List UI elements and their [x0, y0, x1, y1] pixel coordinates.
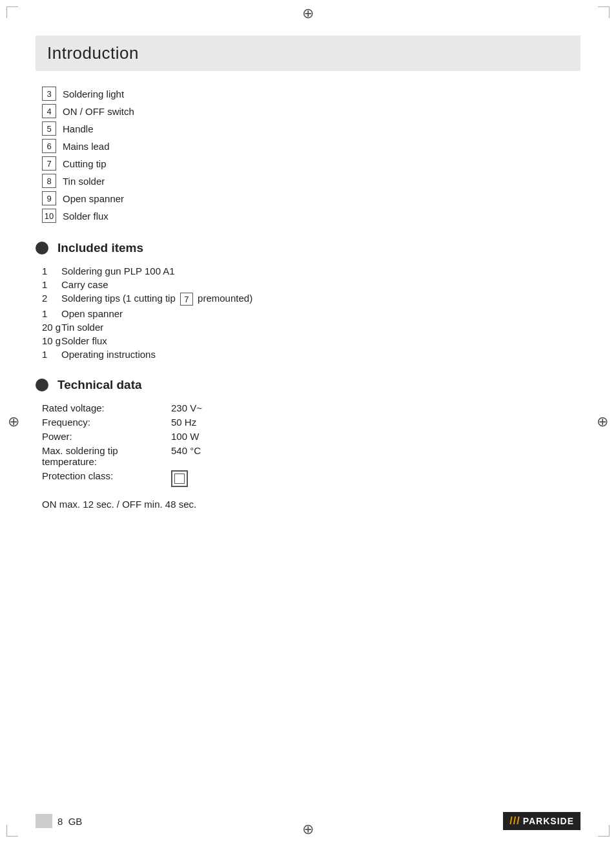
page-number-box: [36, 814, 52, 828]
list-item-label: Solder flux: [63, 211, 108, 222]
tech-label: Max. soldering tiptemperature:: [42, 445, 171, 467]
bullet-icon: [36, 242, 48, 255]
inline-num-box: 7: [180, 293, 193, 306]
tech-row: Protection class:: [42, 470, 580, 487]
item-text: Tin solder: [61, 322, 103, 333]
list-item: 1Open spanner: [42, 308, 580, 319]
list-item-label: Mains lead: [63, 141, 110, 152]
num-box: 7: [42, 156, 56, 171]
tech-value: 100 W: [171, 431, 199, 442]
item-qty: 10 g: [42, 335, 61, 346]
list-item: 10 gSolder flux: [42, 335, 580, 346]
list-item: 6Mains lead: [42, 139, 580, 153]
item-qty: 1: [42, 265, 61, 276]
item-text: Soldering tips (1 cutting tip 7 premount…: [61, 293, 252, 306]
list-item: 2Soldering tips (1 cutting tip 7 premoun…: [42, 293, 580, 306]
on-off-note: ON max. 12 sec. / OFF min. 48 sec.: [36, 499, 580, 510]
tech-label: Frequency:: [42, 417, 171, 428]
item-qty: 1: [42, 308, 61, 319]
item-text: Carry case: [61, 279, 108, 290]
tech-label: Protection class:: [42, 470, 171, 481]
list-item: 3Soldering light: [42, 87, 580, 101]
num-box: 3: [42, 87, 56, 101]
page-number: 8 GB: [57, 816, 82, 827]
item-text: Operating instructions: [61, 349, 156, 360]
tech-row: Max. soldering tiptemperature:540 °C: [42, 445, 580, 467]
brand-logo: /// PARKSIDE: [503, 812, 580, 830]
technical-data-heading: Technical data: [36, 378, 580, 392]
crosshair-top: [301, 6, 315, 21]
list-item-label: Open spanner: [63, 193, 124, 204]
tech-value: 50 Hz: [171, 417, 196, 428]
num-box: 8: [42, 174, 56, 188]
item-text: Open spanner: [61, 308, 123, 319]
num-box: 9: [42, 191, 56, 205]
item-qty: 1: [42, 349, 61, 360]
item-qty: 2: [42, 293, 61, 306]
item-qty: 20 g: [42, 322, 61, 333]
tech-value: [171, 470, 188, 487]
list-item: 10Solder flux: [42, 209, 580, 223]
list-item: 20 gTin solder: [42, 322, 580, 333]
num-box: 5: [42, 121, 56, 136]
tech-table: Rated voltage:230 V~Frequency:50 HzPower…: [36, 402, 580, 487]
tech-value: 230 V~: [171, 402, 202, 413]
bullet-icon-tech: [36, 379, 48, 391]
list-item: 1Operating instructions: [42, 349, 580, 360]
tech-value: 540 °C: [171, 445, 201, 456]
list-item: 8Tin solder: [42, 174, 580, 188]
protection-class-symbol: [171, 470, 188, 487]
technical-data-title: Technical data: [57, 378, 142, 392]
tech-row: Rated voltage:230 V~: [42, 402, 580, 413]
list-item: 7Cutting tip: [42, 156, 580, 171]
list-item: 1Soldering gun PLP 100 A1: [42, 265, 580, 276]
item-qty: 1: [42, 279, 61, 290]
tech-label: Power:: [42, 431, 171, 442]
intro-header: Introduction: [36, 36, 580, 71]
crosshair-right: [595, 415, 610, 429]
tech-row: Frequency:50 Hz: [42, 417, 580, 428]
tech-row: Power:100 W: [42, 431, 580, 442]
brand-slash: ///: [509, 815, 520, 827]
list-item-label: Soldering light: [63, 88, 124, 99]
corner-mark-bl: [6, 825, 18, 837]
page-number-area: 8 GB: [36, 814, 82, 828]
num-box: 4: [42, 104, 56, 118]
list-item-label: Cutting tip: [63, 158, 107, 169]
included-items-heading: Included items: [36, 241, 580, 255]
list-item: 1Carry case: [42, 279, 580, 290]
page-title: Introduction: [47, 43, 569, 63]
brand-name: PARKSIDE: [523, 816, 574, 826]
numbered-list: 3Soldering light4ON / OFF switch5Handle6…: [36, 87, 580, 223]
page-footer: 8 GB /// PARKSIDE: [36, 812, 580, 830]
list-item-label: ON / OFF switch: [63, 106, 134, 117]
tech-label: Rated voltage:: [42, 402, 171, 413]
list-item: 9Open spanner: [42, 191, 580, 205]
list-item-label: Tin solder: [63, 176, 105, 187]
item-text: Solder flux: [61, 335, 107, 346]
included-items-title: Included items: [57, 241, 143, 255]
corner-mark-br: [598, 825, 610, 837]
num-box: 6: [42, 139, 56, 153]
list-item: 4ON / OFF switch: [42, 104, 580, 118]
corner-mark-tr: [598, 6, 610, 18]
corner-mark-tl: [6, 6, 18, 18]
num-box: 10: [42, 209, 56, 223]
crosshair-left: [6, 415, 21, 429]
list-item: 5Handle: [42, 121, 580, 136]
page-content: Introduction 3Soldering light4ON / OFF s…: [36, 36, 580, 807]
included-items-list: 1Soldering gun PLP 100 A11Carry case2Sol…: [36, 265, 580, 360]
item-text: Soldering gun PLP 100 A1: [61, 265, 175, 276]
list-item-label: Handle: [63, 123, 94, 134]
